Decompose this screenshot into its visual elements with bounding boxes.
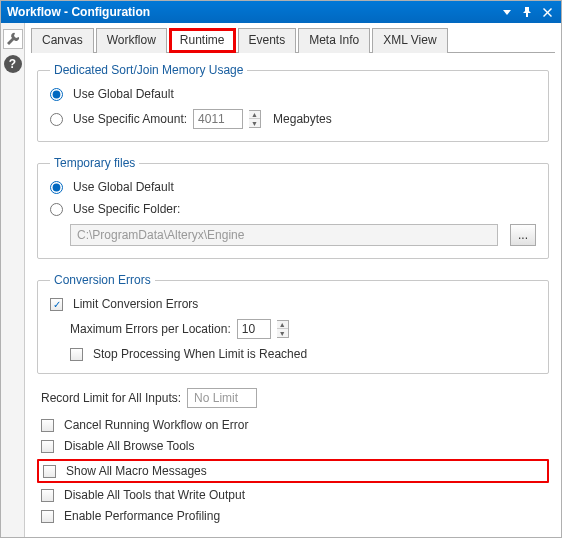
- temp-folder-radio[interactable]: [50, 203, 63, 216]
- config-panel: Canvas Workflow Runtime Events Meta Info…: [25, 23, 561, 537]
- stop-on-limit-checkbox[interactable]: [70, 348, 83, 361]
- close-icon[interactable]: [539, 4, 555, 20]
- tab-bar: Canvas Workflow Runtime Events Meta Info…: [31, 27, 555, 53]
- browse-button[interactable]: ...: [510, 224, 536, 246]
- show-macro-label: Show All Macro Messages: [66, 464, 207, 478]
- temp-path-input[interactable]: C:\ProgramData\Alteryx\Engine: [70, 224, 498, 246]
- cancel-on-error-label: Cancel Running Workflow on Error: [64, 418, 249, 432]
- disable-browse-label: Disable All Browse Tools: [64, 439, 195, 453]
- disable-write-label: Disable All Tools that Write Output: [64, 488, 245, 502]
- record-limit-label: Record Limit for All Inputs:: [41, 391, 181, 405]
- left-toolbar: ?: [1, 23, 25, 537]
- max-errors-input[interactable]: 10: [237, 319, 271, 339]
- memory-unit-label: Megabytes: [273, 112, 332, 126]
- limit-errors-checkbox[interactable]: ✓: [50, 298, 63, 311]
- options-section: Record Limit for All Inputs: No Limit Ca…: [41, 388, 545, 523]
- wrench-tool-icon[interactable]: [3, 29, 23, 49]
- temp-global-radio[interactable]: [50, 181, 63, 194]
- conversion-errors-group: Conversion Errors ✓ Limit Conversion Err…: [37, 273, 549, 374]
- memory-amount-input[interactable]: 4011: [193, 109, 243, 129]
- temp-folder-label: Use Specific Folder:: [73, 202, 180, 216]
- pin-icon[interactable]: [519, 4, 535, 20]
- stop-on-limit-label: Stop Processing When Limit is Reached: [93, 347, 307, 361]
- temp-global-label: Use Global Default: [73, 180, 174, 194]
- memory-specific-radio[interactable]: [50, 113, 63, 126]
- max-errors-label: Maximum Errors per Location:: [70, 322, 231, 336]
- tab-metainfo[interactable]: Meta Info: [298, 28, 370, 53]
- titlebar: Workflow - Configuration: [1, 1, 561, 23]
- perf-profile-checkbox[interactable]: [41, 510, 54, 523]
- conversion-errors-legend: Conversion Errors: [50, 273, 155, 287]
- disable-browse-checkbox[interactable]: [41, 440, 54, 453]
- tab-runtime[interactable]: Runtime: [169, 28, 236, 53]
- memory-specific-label: Use Specific Amount:: [73, 112, 187, 126]
- tempfiles-group: Temporary files Use Global Default Use S…: [37, 156, 549, 259]
- help-icon[interactable]: ?: [4, 55, 22, 73]
- spinner-down-icon: ▼: [249, 119, 260, 127]
- memory-legend: Dedicated Sort/Join Memory Usage: [50, 63, 247, 77]
- show-macro-checkbox[interactable]: [43, 465, 56, 478]
- max-errors-spinner[interactable]: ▲▼: [277, 320, 289, 338]
- limit-errors-label: Limit Conversion Errors: [73, 297, 198, 311]
- tab-workflow[interactable]: Workflow: [96, 28, 167, 53]
- memory-global-label: Use Global Default: [73, 87, 174, 101]
- spinner-up-icon: ▲: [249, 111, 260, 119]
- spinner-down-icon: ▼: [277, 329, 288, 337]
- record-limit-input[interactable]: No Limit: [187, 388, 257, 408]
- tempfiles-legend: Temporary files: [50, 156, 139, 170]
- spinner-up-icon: ▲: [277, 321, 288, 329]
- disable-write-checkbox[interactable]: [41, 489, 54, 502]
- tab-xmlview[interactable]: XML View: [372, 28, 447, 53]
- cancel-on-error-checkbox[interactable]: [41, 419, 54, 432]
- perf-profile-label: Enable Performance Profiling: [64, 509, 220, 523]
- memory-group: Dedicated Sort/Join Memory Usage Use Glo…: [37, 63, 549, 142]
- window-title: Workflow - Configuration: [7, 5, 495, 19]
- memory-amount-spinner[interactable]: ▲▼: [249, 110, 261, 128]
- tab-canvas[interactable]: Canvas: [31, 28, 94, 53]
- memory-global-radio[interactable]: [50, 88, 63, 101]
- dropdown-icon[interactable]: [499, 4, 515, 20]
- tab-events[interactable]: Events: [238, 28, 297, 53]
